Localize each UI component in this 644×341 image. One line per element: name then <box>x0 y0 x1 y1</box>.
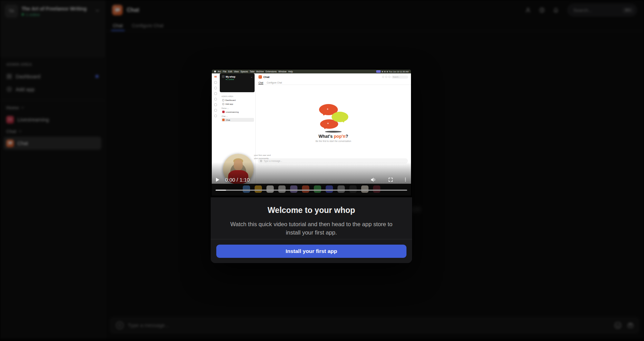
macos-status-badge <box>376 70 381 73</box>
video-timestamp: 0:00 / 1:10 <box>225 177 250 183</box>
kebab-menu-icon <box>403 177 408 182</box>
volume-icon <box>370 176 377 183</box>
play-button[interactable] <box>215 177 220 183</box>
rail-icon <box>214 92 217 95</box>
video-item-add-app: Add app <box>222 102 254 106</box>
video-page-title: Chat <box>263 76 270 79</box>
rail-icon <box>214 81 217 84</box>
modal-description: Watch this quick video tutorial and then… <box>228 220 395 237</box>
video-tab-chat: Chat <box>258 80 263 85</box>
video-chat-app-icon <box>258 75 262 79</box>
macos-status-icon <box>384 71 386 72</box>
more-options-button[interactable] <box>403 177 408 182</box>
fullscreen-icon <box>388 177 393 182</box>
video-header-icon <box>382 76 384 78</box>
macos-clock: Tue Jun 10 11:35 AM <box>389 71 409 73</box>
video-workspace-name: My whop <box>226 76 235 78</box>
video-empty-title: What's pop'n? <box>256 134 411 139</box>
apple-logo-icon <box>214 71 216 72</box>
video-empty-subtitle: Be the first to start the conversation <box>256 140 411 142</box>
modal-text: Welcome to your whop Watch this quick vi… <box>211 197 412 239</box>
chevron-down-icon: ⌄ <box>251 76 253 78</box>
video-macos-menubar: ArcFileEditViewSpacesTabsArchiveExtensio… <box>212 70 411 73</box>
macos-menu-items: ArcFileEditViewSpacesTabsArchiveExtensio… <box>218 70 295 73</box>
video-item-livestreaming: Livestreaming <box>222 110 254 114</box>
rail-icon <box>214 87 217 89</box>
video-header-icon <box>388 76 390 78</box>
tutorial-video[interactable]: ArcFileEditViewSpacesTabsArchiveExtensio… <box>211 69 412 197</box>
play-icon <box>215 177 220 183</box>
video-item-chat: Chat <box>222 118 254 122</box>
video-tab-configure: Configure Chat <box>267 80 282 85</box>
video-workspace-avatar <box>222 75 225 78</box>
video-app-header: Chat Search... <box>256 73 411 80</box>
video-header-icon <box>385 76 387 78</box>
whop-logo: w <box>214 75 217 78</box>
welcome-modal: ArcFileEditViewSpacesTabsArchiveExtensio… <box>211 69 412 263</box>
video-progress-bar[interactable] <box>216 190 407 191</box>
macos-status-area: Tue Jun 10 11:35 AM <box>376 70 409 73</box>
install-first-app-button[interactable]: Install your first app <box>216 245 406 258</box>
volume-button[interactable] <box>370 176 377 183</box>
video-workspace-card: My whop ⌄ ● 1 online <box>220 73 255 92</box>
video-caption-text: your first user and your community <box>254 154 271 160</box>
macos-status-icon <box>387 71 388 72</box>
video-progress-played <box>216 190 226 191</box>
video-admin-label: ADMIN AREA <box>222 95 254 97</box>
video-header-actions: Search... <box>382 76 408 79</box>
video-online-status: ● 1 online <box>226 78 253 80</box>
video-controls: 0:00 / 1:10 <box>215 174 408 185</box>
modal-heading: Welcome to your whop <box>225 206 398 215</box>
video-item-dashboard: Dashboard <box>222 98 254 102</box>
video-search-pill: Search... <box>391 76 408 79</box>
video-chat-group: Chat ⌄ <box>222 115 254 117</box>
rail-icon <box>214 114 217 117</box>
video-tabs: Chat Configure Chat <box>256 80 411 85</box>
modal-footer: Install your first app <box>211 239 412 263</box>
rail-icon <box>214 98 217 101</box>
video-empty-state: + + What's pop'n? Be the first to start … <box>256 104 411 142</box>
fullscreen-button[interactable] <box>388 177 393 182</box>
rail-icon <box>214 103 217 106</box>
modal-body: Welcome to your whop Watch this quick vi… <box>211 197 412 263</box>
macos-status-icon <box>382 71 383 72</box>
speech-bubbles-illustration: + + <box>318 104 348 130</box>
video-home-group: Home ⌄ <box>222 107 254 109</box>
rail-icon <box>214 109 217 112</box>
